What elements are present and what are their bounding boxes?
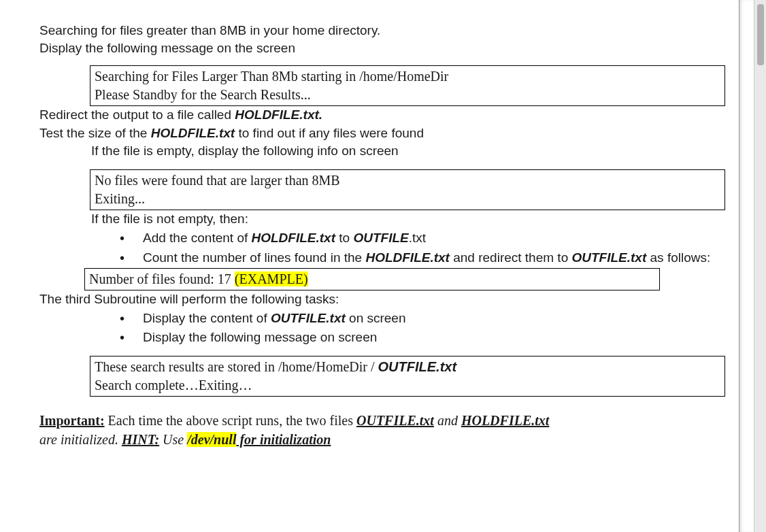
if-not-empty-line: If the file is not empty, then: bbox=[91, 210, 725, 228]
testsize-p2: to find out if any files were found bbox=[235, 126, 424, 140]
page-right-edge bbox=[739, 0, 754, 532]
document-page: Searching for files greater than 8MB in … bbox=[0, 0, 766, 463]
bullet-add-content: Add the content of HOLDFILE.txt to OUTFI… bbox=[120, 229, 725, 247]
bul3-f1: OUTFILE.txt bbox=[271, 311, 346, 325]
third-subroutine-line: The third Subroutine will perform the fo… bbox=[39, 290, 725, 308]
bul2-p3: as follows: bbox=[646, 250, 710, 265]
message-box-2: No files were found that are larger than… bbox=[90, 169, 725, 210]
box1-line1: Searching for Files Larger Than 8Mb star… bbox=[95, 67, 720, 86]
important-block: Important: Each time the above script ru… bbox=[39, 412, 725, 449]
testsize-p1: Test the size of the bbox=[39, 126, 151, 140]
box3-p1: Number of files found: 17 bbox=[89, 271, 235, 286]
bul1-f2a: OUTFILE bbox=[353, 231, 408, 245]
imp-p3: are initialized. bbox=[39, 432, 122, 447]
bul1-f2b: .txt bbox=[409, 231, 426, 245]
scrollbar-thumb[interactable] bbox=[757, 4, 764, 65]
imp-p2: and bbox=[434, 413, 461, 428]
imp-p1: Each time the above script runs, the two… bbox=[105, 413, 356, 428]
bul2-f2: OUTFILE.txt bbox=[571, 250, 646, 265]
message-box-3: Number of files found: 17 (EXAMPLE) bbox=[84, 268, 660, 290]
bul2-f1: HOLDFILE.txt bbox=[365, 250, 450, 265]
imp-p5: for initialization bbox=[236, 432, 331, 447]
important-label: Important: bbox=[39, 413, 105, 428]
box1-line2: Please Standby for the Search Results... bbox=[95, 86, 720, 104]
holdfile-name: HOLDFILE.txt. bbox=[235, 107, 322, 122]
message-box-1: Searching for Files Larger Than 8Mb star… bbox=[90, 65, 725, 106]
box2-line2: Exiting... bbox=[95, 190, 720, 208]
bullet-count-lines: Count the number of lines found in the H… bbox=[120, 249, 725, 267]
message-box-4: These search results are stored in /home… bbox=[90, 356, 725, 397]
bul3-p2: on screen bbox=[346, 311, 406, 325]
imp-p4: Use bbox=[159, 432, 187, 447]
bul1-p1: Add the content of bbox=[143, 231, 252, 245]
redirect-prefix: Redirect the output to a file called bbox=[39, 107, 235, 122]
holdfile-name-2: HOLDFILE.txt bbox=[151, 126, 235, 140]
bul2-p2: and redirect them to bbox=[450, 250, 572, 265]
vertical-scrollbar[interactable] bbox=[754, 0, 766, 532]
imp-f1: OUTFILE.txt bbox=[356, 413, 434, 428]
bul1-p2: to bbox=[335, 231, 353, 245]
hint-label: HINT: bbox=[122, 432, 159, 447]
imp-f2: HOLDFILE.txt bbox=[461, 413, 549, 428]
bullet-display-content: Display the content of OUTFILE.txt on sc… bbox=[120, 310, 725, 327]
box4-line1a: These search results are stored in /home… bbox=[95, 359, 378, 374]
bul2-p1: Count the number of lines found in the bbox=[143, 250, 365, 265]
box4-line1: These search results are stored in /home… bbox=[95, 358, 720, 376]
box3-example-highlight: (EXAMPLE) bbox=[235, 271, 308, 286]
box4-outfile: OUTFILE.txt bbox=[378, 359, 457, 374]
redirect-line: Redirect the output to a file called HOL… bbox=[39, 106, 725, 124]
bul3-p1: Display the content of bbox=[143, 311, 271, 325]
devnull-highlight: /dev/null bbox=[187, 432, 236, 447]
box4-line2: Search complete…Exiting… bbox=[95, 376, 720, 395]
bul1-f1: HOLDFILE.txt bbox=[252, 231, 336, 245]
bullet-list-1: Add the content of HOLDFILE.txt to OUTFI… bbox=[120, 229, 725, 266]
if-empty-line: If the file is empty, display the follow… bbox=[91, 142, 725, 160]
box2-line1: No files were found that are larger than… bbox=[95, 171, 720, 190]
bullet-display-message: Display the following message on screen bbox=[120, 329, 725, 346]
testsize-line: Test the size of the HOLDFILE.txt to fin… bbox=[39, 124, 725, 142]
intro-line-1: Searching for files greater than 8MB in … bbox=[39, 22, 725, 39]
bullet-list-2: Display the content of OUTFILE.txt on sc… bbox=[120, 310, 725, 346]
intro-line-2: Display the following message on the scr… bbox=[39, 39, 725, 57]
